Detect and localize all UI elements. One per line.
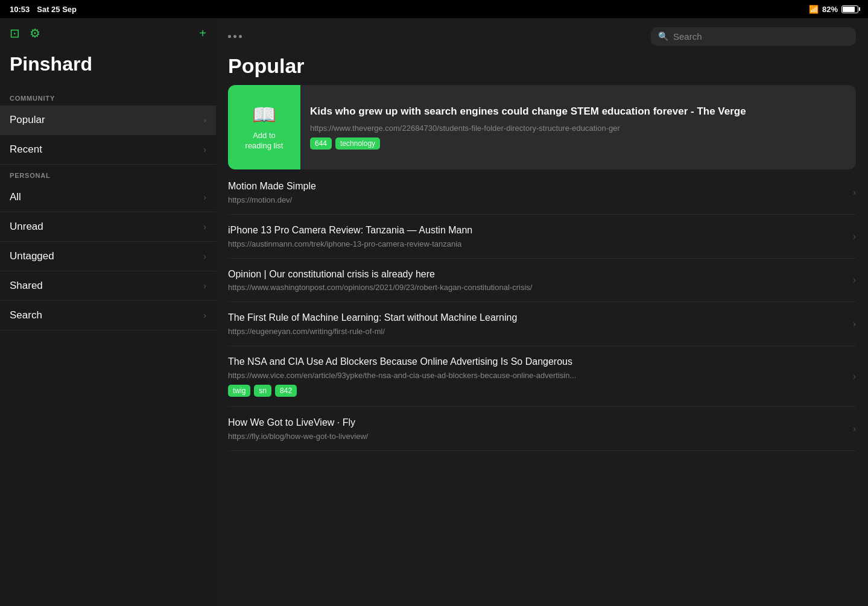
status-left: 10:53 Sat 25 Sep	[10, 5, 77, 14]
search-input[interactable]: Search	[673, 31, 702, 42]
sidebar-item-recent[interactable]: Recent ›	[0, 135, 216, 165]
article-row[interactable]: The NSA and CIA Use Ad Blockers Because …	[228, 346, 856, 407]
dot	[228, 35, 231, 38]
reading-list-icon: 📖	[252, 103, 276, 126]
article-info: How We Got to LiveView · Fly https://fly…	[228, 417, 846, 441]
add-button-icon[interactable]: +	[199, 27, 206, 40]
article-info: Opinion | Our constitutional crisis is a…	[228, 268, 846, 292]
article-info: iPhone 13 Pro Camera Review: Tanzania — …	[228, 224, 846, 248]
add-reading-label: Add toreading list	[246, 131, 284, 151]
article-url: https://motion.dev/	[228, 195, 846, 204]
article-tag-twig[interactable]: twig	[228, 385, 250, 397]
featured-title: Kids who grew up with search engines cou…	[310, 105, 846, 118]
battery-fill	[843, 7, 855, 12]
app-container: ⊡ ⚙ + Pinshard COMMUNITY Popular › Recen…	[0, 18, 868, 606]
page-title: Popular	[216, 54, 868, 85]
date-display: Sat 25 Sep	[37, 5, 77, 14]
featured-info: Kids who grew up with search engines cou…	[300, 85, 856, 169]
chevron-icon: ›	[853, 275, 856, 285]
article-row[interactable]: iPhone 13 Pro Camera Review: Tanzania — …	[228, 215, 856, 259]
sidebar-item-shared[interactable]: Shared ›	[0, 271, 216, 301]
sidebar-toggle-icon[interactable]: ⊡	[10, 26, 20, 40]
article-url: https://www.washingtonpost.com/opinions/…	[228, 283, 846, 292]
battery-icon	[841, 5, 858, 13]
wifi-icon: 📶	[809, 5, 819, 14]
main-header: 🔍 Search	[216, 18, 868, 54]
article-tags: twig sn 842	[228, 385, 846, 397]
featured-thumbnail: 📖 Add toreading list	[228, 85, 300, 169]
sidebar-item-untagged[interactable]: Untagged ›	[0, 242, 216, 271]
article-title: iPhone 13 Pro Camera Review: Tanzania — …	[228, 224, 846, 237]
article-url: https://austinmann.com/trek/iphone-13-pr…	[228, 239, 846, 248]
sidebar-item-unread[interactable]: Unread ›	[0, 212, 216, 242]
article-row[interactable]: Motion Made Simple https://motion.dev/ ›	[228, 171, 856, 215]
chevron-icon: ›	[203, 311, 206, 320]
battery-percent: 82%	[822, 5, 838, 14]
sidebar-item-all[interactable]: All ›	[0, 183, 216, 212]
sidebar-icons: ⊡ ⚙	[10, 26, 40, 40]
sidebar-topbar: ⊡ ⚙ +	[0, 18, 216, 48]
article-url: https://fly.io/blog/how-we-got-to-livevi…	[228, 432, 846, 441]
article-row[interactable]: The First Rule of Machine Learning: Star…	[228, 302, 856, 346]
status-bar: 10:53 Sat 25 Sep 📶 82%	[0, 0, 868, 18]
time-display: 10:53	[10, 5, 30, 14]
search-icon: 🔍	[658, 31, 668, 41]
article-title: Motion Made Simple	[228, 180, 846, 193]
featured-tags: 644 technology	[310, 137, 846, 150]
sidebar: ⊡ ⚙ + Pinshard COMMUNITY Popular › Recen…	[0, 18, 216, 606]
status-right: 📶 82%	[809, 5, 858, 14]
app-title: Pinshard	[0, 48, 216, 87]
chevron-icon: ›	[853, 424, 856, 434]
chevron-icon: ›	[853, 232, 856, 241]
article-title: The NSA and CIA Use Ad Blockers Because …	[228, 356, 846, 368]
community-section-label: COMMUNITY	[0, 87, 216, 106]
chevron-icon: ›	[853, 371, 856, 381]
personal-section-label: PERSONAL	[0, 165, 216, 183]
chevron-icon: ›	[203, 115, 206, 125]
chevron-icon: ›	[203, 251, 206, 261]
dot	[239, 35, 242, 38]
article-url: https://www.vice.com/en/article/93ypke/t…	[228, 371, 846, 380]
article-row[interactable]: Opinion | Our constitutional crisis is a…	[228, 259, 856, 303]
article-url: https://eugeneyan.com/writing/first-rule…	[228, 327, 846, 336]
article-info: Motion Made Simple https://motion.dev/	[228, 180, 846, 204]
article-tag-842[interactable]: 842	[275, 385, 297, 397]
chevron-icon: ›	[203, 192, 206, 202]
chevron-icon: ›	[853, 319, 856, 329]
featured-tag-0[interactable]: 644	[310, 137, 332, 150]
chevron-icon: ›	[203, 145, 206, 154]
main-content: 🔍 Search Popular 📖 Add toreading list Ki…	[216, 18, 868, 606]
chevron-icon: ›	[203, 222, 206, 232]
article-title: Opinion | Our constitutional crisis is a…	[228, 268, 846, 281]
article-info: The First Rule of Machine Learning: Star…	[228, 312, 846, 336]
article-title: How We Got to LiveView · Fly	[228, 417, 846, 429]
dots-menu[interactable]	[228, 35, 242, 38]
article-info: The NSA and CIA Use Ad Blockers Because …	[228, 356, 846, 397]
article-row[interactable]: How We Got to LiveView · Fly https://fly…	[228, 407, 856, 451]
featured-url: https://www.theverge.com/22684730/studen…	[310, 124, 846, 133]
settings-icon[interactable]: ⚙	[30, 26, 40, 40]
articles-list: 📖 Add toreading list Kids who grew up wi…	[216, 85, 868, 606]
article-tag-sn[interactable]: sn	[254, 385, 271, 397]
search-bar[interactable]: 🔍 Search	[651, 27, 856, 46]
featured-tag-1[interactable]: technology	[335, 137, 380, 150]
featured-card[interactable]: 📖 Add toreading list Kids who grew up wi…	[228, 85, 856, 169]
chevron-icon: ›	[203, 281, 206, 291]
dot	[233, 35, 236, 38]
sidebar-item-popular[interactable]: Popular ›	[0, 106, 216, 135]
sidebar-item-search[interactable]: Search ›	[0, 301, 216, 330]
article-title: The First Rule of Machine Learning: Star…	[228, 312, 846, 324]
chevron-icon: ›	[853, 188, 856, 197]
